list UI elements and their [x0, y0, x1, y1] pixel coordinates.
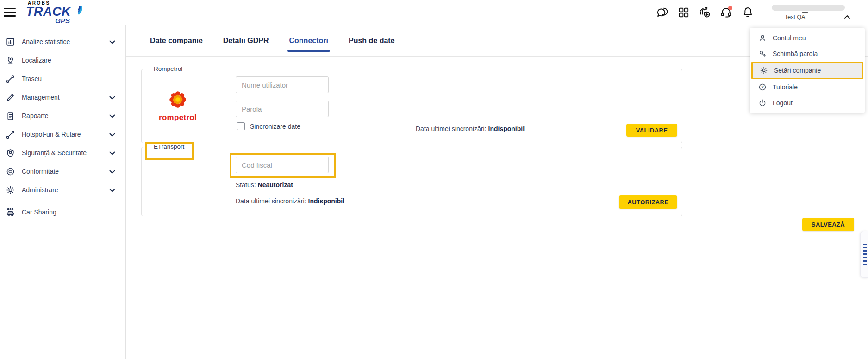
sidebar-item-car-sharing[interactable]: Car Sharing	[0, 203, 125, 221]
tab-detalii-gdpr[interactable]: Detalii GDPR	[223, 25, 269, 57]
header-actions: Test QA	[655, 2, 868, 23]
map-pin-icon	[5, 55, 16, 66]
rompetrol-last-sync: Data ultimei sincronizări:Indisponibil	[416, 125, 525, 132]
app-root: AROBS TRACK GPS	[0, 0, 868, 359]
support-headset-icon[interactable]	[719, 5, 734, 20]
chevron-down-icon	[109, 130, 115, 139]
hamburger-menu-icon[interactable]	[4, 8, 16, 17]
sidebar-item-label: Localizare	[22, 57, 51, 64]
last-sync-value: Indisponibil	[308, 197, 345, 205]
user-dropdown-menu: Contul meu Schimbă parola Setări compani…	[750, 28, 865, 113]
logo-title-text: TRACK	[26, 6, 71, 18]
notifications-bell-icon[interactable]	[740, 5, 755, 20]
menu-item-schimba-parola[interactable]: Schimbă parola	[750, 46, 865, 62]
menu-item-label: Setări companie	[774, 67, 821, 74]
user-icon	[758, 33, 767, 43]
shield-icon	[5, 147, 16, 158]
document-icon	[5, 110, 16, 121]
checkbox-label: Sincronizare date	[250, 123, 300, 130]
sidebar-item-localizare[interactable]: Localizare	[0, 51, 125, 69]
gear-icon	[759, 66, 768, 75]
chat-icon[interactable]	[655, 5, 670, 20]
side-widget-partial[interactable]	[860, 231, 868, 278]
top-header: AROBS TRACK GPS	[0, 0, 868, 25]
last-sync-value: Indisponibil	[488, 125, 525, 132]
chevron-down-icon	[109, 112, 115, 120]
sidebar-item-label: Analize statistice	[22, 38, 70, 45]
menu-item-label: Contul meu	[773, 34, 806, 42]
status-label: Status:	[236, 181, 256, 189]
trackgps-logo[interactable]: AROBS TRACK GPS	[26, 1, 85, 24]
sidebar-item-label: Administrare	[22, 186, 58, 194]
sidebar-item-label: Hotspot-uri & Rutare	[22, 131, 81, 138]
autorizare-button[interactable]: AUTORIZARE	[619, 195, 677, 209]
rompetrol-username-input[interactable]	[236, 76, 329, 93]
pencil-icon	[5, 92, 16, 103]
chevron-down-icon	[109, 186, 115, 194]
rompetrol-connector-section: Rompetrol rompetrol	[141, 69, 682, 143]
help-icon: ?	[758, 82, 767, 92]
checkbox-unchecked[interactable]	[237, 122, 245, 130]
signal-waves-icon	[71, 6, 85, 19]
support-notification-dot	[728, 6, 732, 10]
key-icon	[758, 49, 767, 58]
redaction-dash	[802, 12, 808, 13]
route-icon	[5, 129, 16, 140]
menu-item-logout[interactable]: Logout	[750, 95, 865, 111]
sidebar-item-traseu[interactable]: Traseu	[0, 69, 125, 88]
sidebar-item-label: Management	[22, 94, 60, 101]
chevron-up-icon	[844, 13, 850, 21]
sidebar-item-analize-statistice[interactable]: Analize statistice	[0, 32, 125, 51]
etransport-last-sync: Data ultimei sincronizări:Indisponibil	[236, 197, 344, 205]
etransport-status: Status:Neautorizat	[236, 181, 293, 189]
sidebar-item-hotspoturi-rutare[interactable]: Hotspot-uri & Rutare	[0, 125, 125, 144]
sidebar-item-label: Rapoarte	[22, 112, 49, 120]
menu-item-label: Schimbă parola	[773, 50, 818, 57]
etransport-legend: ETransport	[150, 143, 188, 150]
last-sync-label: Data ultimei sincronizări:	[236, 197, 306, 205]
last-sync-label: Data ultimei sincronizări:	[416, 125, 487, 132]
sidebar-item-siguranta-securitate[interactable]: Siguranță & Securitate	[0, 144, 125, 162]
route-icon	[5, 73, 16, 84]
redacted-company-pill	[772, 5, 845, 11]
gear-icon	[5, 184, 16, 195]
chevron-down-icon	[109, 38, 115, 46]
menu-item-label: Logout	[773, 99, 793, 107]
logo-subtitle-text: GPS	[55, 17, 70, 24]
sidebar-item-label: Car Sharing	[22, 208, 56, 216]
rompetrol-logo: rompetrol	[155, 89, 201, 122]
cod-fiscal-input[interactable]	[236, 157, 329, 173]
sidebar-item-conformitate[interactable]: Conformitate	[0, 162, 125, 181]
sidebar-nav: Analize statistice Localizare Traseu Man…	[0, 25, 126, 359]
chevron-down-icon	[109, 93, 115, 101]
stats-add-icon[interactable]	[698, 5, 712, 20]
rompetrol-password-input[interactable]	[236, 101, 329, 117]
menu-item-label: Tutoriale	[773, 83, 798, 91]
salveaza-button[interactable]: SALVEAZĂ	[802, 218, 854, 231]
validare-button[interactable]: VALIDARE	[626, 124, 677, 137]
sidebar-item-label: Siguranță & Securitate	[22, 149, 87, 157]
rompetrol-wordmark: rompetrol	[155, 113, 201, 122]
apps-grid-icon[interactable]	[676, 5, 691, 20]
etransport-connector-section: ETransport Status:Neautorizat Data ultim…	[141, 147, 682, 216]
status-value: Neautorizat	[258, 181, 293, 189]
menu-item-tutoriale[interactable]: ? Tutoriale	[750, 79, 865, 95]
tab-connectori[interactable]: Connectori	[289, 25, 328, 57]
sidebar-item-label: Conformitate	[22, 168, 59, 175]
chevron-down-icon	[109, 149, 115, 157]
user-name-label: Test QA	[785, 14, 805, 20]
car-icon	[5, 207, 16, 218]
sidebar-item-management[interactable]: Management	[0, 88, 125, 107]
sidebar-item-label: Traseu	[22, 75, 42, 82]
sidebar-item-administrare[interactable]: Administrare	[0, 181, 125, 199]
menu-item-setari-companie[interactable]: Setări companie	[751, 62, 863, 79]
sidebar-item-rapoarte[interactable]: Rapoarte	[0, 107, 125, 125]
user-menu-toggle[interactable]: Test QA	[762, 2, 863, 23]
bar-chart-icon	[5, 36, 16, 47]
menu-item-contul-meu[interactable]: Contul meu	[750, 30, 865, 46]
tab-date-companie[interactable]: Date companie	[150, 25, 203, 57]
sync-data-checkbox-row[interactable]: Sincronizare date	[237, 122, 300, 130]
rompetrol-legend: Rompetrol	[150, 65, 186, 72]
tab-push-de-date[interactable]: Push de date	[349, 25, 395, 57]
svg-text:?: ?	[761, 85, 763, 89]
